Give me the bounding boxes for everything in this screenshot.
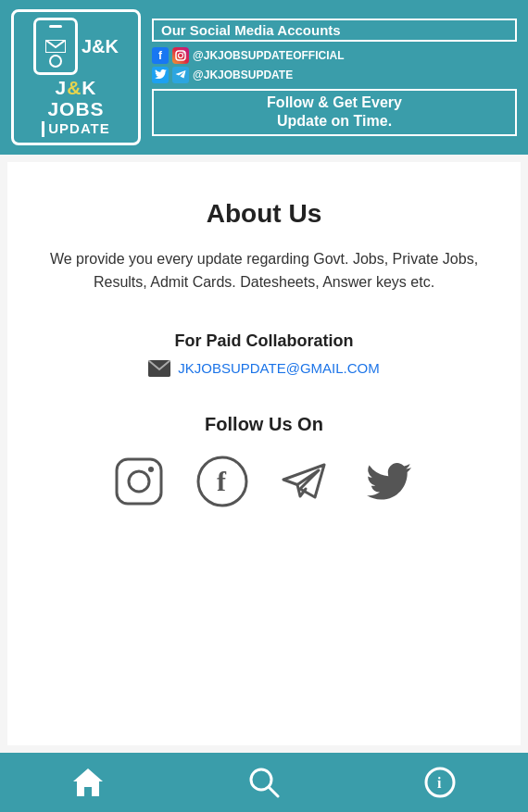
follow-section: Follow Us On f	[111, 414, 417, 509]
search-nav-item[interactable]	[236, 755, 292, 810]
logo-update-text: UPDATE	[42, 121, 110, 137]
main-content: About Us We provide you every update reg…	[7, 162, 521, 745]
twitter-icon-small	[152, 67, 169, 83]
social-title: Our Social Media Accounts	[152, 19, 517, 42]
search-icon	[248, 767, 280, 798]
bottom-nav: i	[0, 753, 528, 812]
svg-text:f: f	[217, 466, 227, 496]
facebook-icon-large[interactable]: f	[195, 454, 250, 509]
logo-j: J&K	[82, 37, 119, 56]
logo-jobs-text: JOBS	[42, 98, 110, 119]
email-row: JKJOBSUPDATE@GMAIL.COM	[148, 360, 379, 377]
email-icon	[148, 360, 170, 377]
about-title: About Us	[207, 199, 321, 229]
home-icon	[71, 767, 105, 798]
envelope-icon	[45, 40, 66, 53]
svg-point-2	[179, 53, 183, 57]
facebook-icon: f	[152, 47, 169, 64]
svg-point-6	[129, 471, 149, 492]
instagram-icon-small	[172, 47, 189, 64]
email-link[interactable]: JKJOBSUPDATE@GMAIL.COM	[178, 360, 379, 376]
logo-phone-icon	[33, 18, 78, 75]
header-right: Our Social Media Accounts f @JKJOBSUPDAT…	[152, 9, 517, 145]
svg-point-7	[148, 467, 154, 472]
collaboration-section: For Paid Collaboration JKJOBSUPDATE@GMAI…	[148, 331, 379, 377]
telegram-icon-small	[172, 67, 189, 83]
svg-rect-5	[117, 459, 161, 504]
info-icon: i	[424, 767, 456, 798]
instagram-icon-large[interactable]	[111, 454, 167, 509]
about-description: We provide you every update regarding Go…	[35, 247, 493, 294]
telegram-icon-large[interactable]	[278, 454, 333, 509]
header: J&K J&K JOBS UPDATE Our Social Media Acc…	[0, 0, 528, 155]
social-handles: f @JKJOBSUPDATEOFFICIAL	[152, 47, 517, 83]
follow-get-update-text: Follow & Get Every Update on Time.	[152, 89, 517, 137]
logo-text-block: J&K	[82, 37, 119, 56]
home-nav-item[interactable]	[60, 755, 116, 810]
facebook-handle-row: f @JKJOBSUPDATEOFFICIAL	[152, 47, 517, 64]
svg-text:i: i	[437, 775, 442, 791]
svg-marker-10	[73, 768, 103, 796]
fb-ig-handle: @JKJOBSUPDATEOFFICIAL	[193, 49, 345, 62]
tw-tg-handle: @JKJOBSUPDATE	[193, 69, 293, 81]
svg-line-12	[269, 787, 278, 796]
info-nav-item[interactable]: i	[412, 755, 468, 810]
collab-title: For Paid Collaboration	[174, 331, 353, 351]
social-icons-row: f	[111, 454, 417, 509]
svg-point-3	[182, 52, 184, 54]
twitter-icon-large[interactable]	[361, 454, 417, 509]
logo-jk-text: J&K	[42, 77, 110, 98]
logo: J&K J&K JOBS UPDATE	[11, 9, 141, 145]
follow-us-title: Follow Us On	[205, 414, 323, 435]
twitter-telegram-handle-row: @JKJOBSUPDATE	[152, 67, 517, 83]
logo-brand: J&K JOBS UPDATE	[42, 77, 110, 137]
